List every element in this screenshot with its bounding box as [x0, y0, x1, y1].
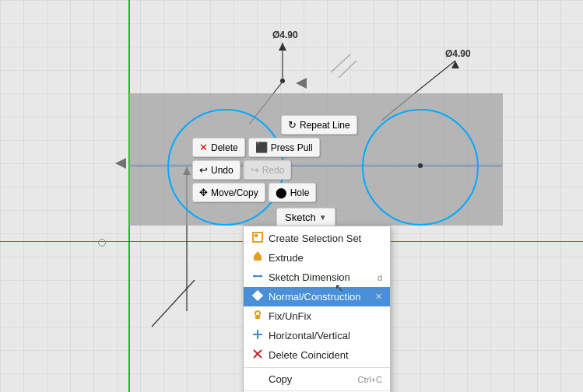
- move-copy-button[interactable]: ✥ Move/Copy: [192, 183, 265, 202]
- sketch-dimension-icon: [251, 271, 264, 284]
- menu-item-copy-label: Copy: [269, 373, 292, 385]
- press-pull-label: Press Pull: [271, 142, 313, 153]
- svg-marker-17: [254, 251, 262, 256]
- menu-item-horizontal-vertical[interactable]: Horizontal/Vertical: [244, 326, 390, 345]
- normal-construction-icon: [251, 290, 264, 303]
- point-top-right: [280, 79, 285, 83]
- repeat-icon: ↻: [288, 119, 297, 131]
- hole-button[interactable]: ⬤ Hole: [269, 183, 317, 202]
- menu-item-delete-coincident-label: Delete Coincident: [269, 349, 349, 361]
- fix-unfix-icon: [251, 310, 264, 323]
- menu-item-sketch-dimension[interactable]: Sketch Dimension d: [244, 268, 390, 287]
- menu-item-fix-unfix-label: Fix/UnFix: [269, 310, 311, 322]
- sketch-dropdown: Sketch ▼: [276, 208, 335, 227]
- hole-icon: ⬤: [276, 187, 287, 198]
- menu-item-create-selection-set[interactable]: Create Selection Set: [244, 229, 390, 248]
- point-center-right: [418, 163, 423, 168]
- extrude-icon: [251, 251, 264, 264]
- copy-shortcut: Ctrl+C: [358, 375, 382, 384]
- sketch-button[interactable]: Sketch ▼: [276, 208, 335, 227]
- repeat-line-label: Repeat Line: [300, 120, 350, 131]
- svg-rect-23: [255, 315, 260, 319]
- toolbar-area: ↻ Repeat Line ✕ Delete ⬛ Press Pull ↩ Un…: [192, 115, 357, 205]
- svg-marker-20: [260, 275, 262, 278]
- menu-item-fix-unfix[interactable]: Fix/UnFix: [244, 306, 390, 326]
- menu-item-normal-construction[interactable]: Normal/Construction ✕: [244, 287, 390, 306]
- menu-separator-2: [244, 390, 390, 391]
- undo-label: Undo: [211, 165, 234, 176]
- menu-item-copy[interactable]: Copy Ctrl+C: [244, 370, 390, 388]
- dimension-label-2: Ø4.90: [445, 48, 471, 59]
- delete-label: Delete: [211, 142, 238, 153]
- menu-separator-1: [244, 367, 390, 368]
- repeat-line-button[interactable]: ↻ Repeat Line: [281, 115, 357, 135]
- dimension-label-1: Ø4.90: [272, 30, 298, 40]
- sketch-arrow-icon: ▼: [319, 213, 327, 222]
- svg-rect-15: [255, 234, 258, 237]
- canvas: Ø4.90 Ø4.90 ↻ Repeat Line ✕ Delete ⬛ Pre…: [0, 0, 583, 392]
- toolbar-row-4: ✥ Move/Copy ⬤ Hole: [192, 183, 357, 202]
- press-pull-icon: ⬛: [255, 142, 268, 153]
- delete-icon: ✕: [199, 142, 208, 153]
- toolbar-row-2: ✕ Delete ⬛ Press Pull: [192, 138, 357, 157]
- menu-item-extrude[interactable]: Extrude: [244, 248, 390, 268]
- menu-item-extrude-label: Extrude: [269, 252, 304, 264]
- horizontal-vertical-icon: [251, 329, 264, 342]
- menu-item-delete-coincident[interactable]: Delete Coincident: [244, 345, 390, 365]
- normal-construction-shortcut: ✕: [375, 292, 382, 302]
- move-copy-label: Move/Copy: [211, 187, 258, 198]
- menu-item-create-selection-set-label: Create Selection Set: [269, 233, 361, 244]
- undo-button[interactable]: ↩ Undo: [192, 160, 241, 180]
- create-selection-set-icon: [251, 232, 264, 245]
- move-icon: ✥: [199, 187, 208, 198]
- menu-item-normal-construction-label: Normal/Construction: [269, 291, 361, 303]
- cursor-pointer: ↖: [335, 282, 344, 294]
- svg-rect-16: [254, 256, 262, 261]
- delete-button[interactable]: ✕ Delete: [192, 138, 245, 157]
- hole-label: Hole: [290, 187, 310, 198]
- toolbar-row-1: ↻ Repeat Line: [192, 115, 357, 135]
- delete-coincident-icon: [251, 348, 264, 362]
- menu-item-horizontal-vertical-label: Horizontal/Vertical: [269, 330, 350, 341]
- origin-marker: [98, 239, 106, 247]
- sketch-label: Sketch: [285, 212, 316, 223]
- sketch-dimension-shortcut: d: [378, 273, 382, 282]
- undo-icon: ↩: [199, 164, 208, 176]
- context-menu: Create Selection Set Extrude Sketch Dime…: [243, 226, 391, 392]
- press-pull-button[interactable]: ⬛ Press Pull: [248, 138, 320, 157]
- redo-icon: ↪: [251, 164, 259, 176]
- redo-label: Redo: [262, 165, 285, 176]
- svg-marker-19: [253, 275, 255, 278]
- toolbar-row-3: ↩ Undo ↪ Redo: [192, 160, 357, 180]
- redo-button[interactable]: ↪ Redo: [244, 160, 292, 180]
